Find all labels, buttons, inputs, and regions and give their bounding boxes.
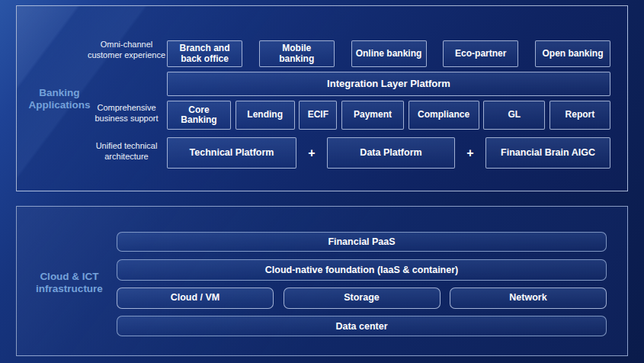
plus-icon-2: + [466, 147, 473, 159]
box-online-banking: Online banking [351, 40, 427, 67]
omni-channel-row: Branch and back office Mobile banking On… [167, 40, 610, 67]
box-mobile-banking-label: Mobile banking [275, 43, 318, 64]
box-network: Network [450, 288, 607, 309]
business-support-row: Core Banking Lending ECIF Payment Compli… [167, 101, 610, 130]
bar-financial-paas: Financial PaaS [117, 232, 607, 252]
plus-icon-1: + [308, 147, 315, 159]
architecture-diagram: Banking Applications Omni-channel custom… [0, 0, 644, 363]
cloud-ict-title: Cloud & ICT infrastructure [23, 271, 116, 295]
box-data-platform: Data Platform [327, 137, 455, 169]
box-compliance: Compliance [409, 101, 479, 130]
banking-applications-panel: Banking Applications Omni-channel custom… [16, 5, 628, 191]
box-mobile-banking: Mobile banking [259, 40, 335, 67]
box-storage: Storage [284, 288, 441, 309]
box-eco-partner: Eco-partner [443, 40, 518, 67]
integration-layer-row: Integration Layer Platform [167, 72, 610, 96]
label-business-support: Comprehensive business support [84, 103, 169, 124]
box-core-banking-label: Core Banking [178, 105, 220, 126]
infrastructure-row: Cloud / VM Storage Network [117, 288, 607, 309]
box-open-banking: Open banking [535, 40, 610, 67]
box-branch-back-office: Branch and back office [167, 40, 242, 67]
label-technical-architecture: Unified technical architecture [84, 141, 169, 162]
box-technical-platform: Technical Platform [167, 137, 296, 169]
bar-integration-layer-platform: Integration Layer Platform [167, 72, 610, 96]
bar-data-center: Data center [117, 316, 607, 336]
bar-cloud-native-foundation: Cloud-native foundation (IaaS & containe… [117, 259, 607, 281]
box-branch-back-office-label: Branch and back office [177, 43, 233, 64]
box-lending: Lending [235, 101, 295, 130]
cloud-ict-panel: Cloud & ICT infrastructure Financial Paa… [16, 206, 628, 356]
box-gl: GL [483, 101, 545, 130]
box-report: Report [549, 101, 610, 130]
box-financial-brain-aigc: Financial Brain AIGC [485, 137, 610, 169]
box-cloud-vm: Cloud / VM [117, 288, 274, 309]
box-core-banking: Core Banking [167, 101, 231, 130]
label-omni-channel: Omni-channel customer experience [84, 40, 169, 60]
box-ecif: ECIF [299, 101, 337, 130]
technical-architecture-row: Technical Platform + Data Platform + Fin… [167, 137, 610, 169]
box-payment: Payment [341, 101, 404, 130]
